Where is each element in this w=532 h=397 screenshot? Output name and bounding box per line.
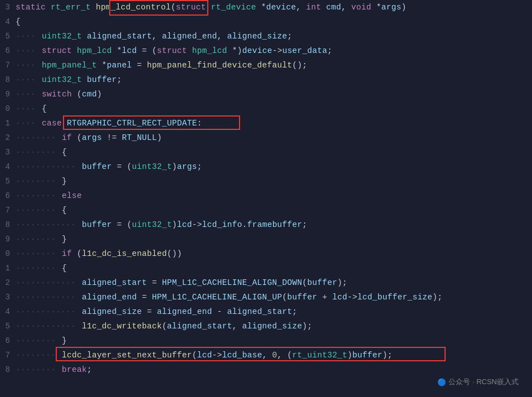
line-content: ········ else (16, 191, 532, 200)
token-var: lcd_buffer_size (357, 293, 432, 302)
token-plain: , ( (277, 351, 292, 360)
token-var: buffer (308, 278, 338, 287)
code-line: 3static rt_err_t hpm_lcd_control(struct … (0, 0, 532, 14)
code-line: 7········ lcdc_layer_set_next_buffer(lcd… (0, 348, 532, 362)
token-kw: switch (42, 90, 72, 99)
line-number: 6 (0, 46, 16, 55)
token-plain: , (232, 322, 242, 331)
line-number: 0 (0, 104, 16, 113)
token-plain: ) (157, 133, 162, 142)
line-content: ············ buffer = (uint32_t)args; (16, 162, 532, 171)
token-plain (82, 32, 87, 41)
token-type: uint32_t (42, 75, 82, 84)
token-var: device (266, 3, 296, 12)
token-macro: HPM_L1C_CACHELINE_ALIGN_UP (152, 293, 282, 302)
token-plain: . (242, 220, 247, 229)
code-line: 7········ { (0, 203, 532, 217)
code-line: 5········ } (0, 174, 532, 188)
token-var: buffer (87, 75, 117, 84)
token-fn: hpm_lcd_control (96, 3, 171, 12)
token-plain: ( (162, 322, 167, 331)
token-var: buffer (353, 351, 383, 360)
token-var: aligned_start (227, 307, 292, 316)
line-content: ········ { (16, 148, 532, 157)
line-number: 7 (0, 351, 16, 360)
token-plain: = ( (137, 46, 157, 55)
code-line: 1···· case RTGRAPHIC_CTRL_RECT_UPDATE: (0, 116, 532, 130)
indent-dots: ········ (16, 133, 56, 142)
indent-dots: ········ (16, 177, 56, 186)
code-line: 5···· uint32_t aligned_start, aligned_en… (0, 29, 532, 43)
token-plain (62, 119, 67, 128)
token-plain: -> (272, 46, 282, 55)
token-var: buffer (82, 162, 112, 171)
line-content: ············ aligned_start = HPM_L1C_CAC… (16, 278, 532, 287)
line-content: ········ if (args != RT_NULL) (16, 133, 532, 142)
code-line: 3············ aligned_end = HPM_L1C_CACH… (0, 290, 532, 304)
token-plain: = (142, 307, 157, 316)
indent-dots: ···· (16, 119, 36, 128)
line-number: 2 (0, 278, 16, 287)
token-var: aligned_size (227, 32, 287, 41)
token-plain (187, 46, 192, 55)
line-content: ········ break; (16, 365, 532, 374)
token-var: aligned_size (242, 322, 302, 331)
token-kw: if (62, 249, 72, 258)
code-line: 3········ { (0, 145, 532, 159)
token-plain: ; (287, 32, 292, 41)
line-number: 5 (0, 32, 16, 41)
token-macro: RT_NULL (122, 133, 157, 142)
token-fn: hpm_panel_find_device_default (147, 61, 292, 70)
code-line: 6········ else (0, 188, 532, 203)
token-plain: { (42, 104, 47, 113)
line-number: 4 (0, 17, 16, 26)
token-plain: { (62, 148, 67, 157)
token-var: lcd_info (202, 220, 242, 229)
code-line: 9···· switch (cmd) (0, 87, 532, 101)
token-plain: ( (282, 293, 287, 302)
token-var: aligned_start (82, 278, 147, 287)
code-line: 4············ aligned_size = aligned_end… (0, 304, 532, 319)
token-fn: l1c_dc_writeback (82, 322, 162, 331)
line-number: 5 (0, 177, 16, 186)
token-var: lcd (177, 220, 192, 229)
indent-dots: ············ (16, 307, 76, 316)
token-var: args (177, 162, 197, 171)
token-var: args (82, 133, 102, 142)
line-number: 8 (0, 220, 16, 229)
token-plain: ); (432, 293, 442, 302)
line-content: ············ buffer = (uint32_t)lcd->lcd… (16, 220, 532, 229)
token-var: cmd (82, 90, 97, 99)
code-line: 4············ buffer = (uint32_t)args; (0, 159, 532, 174)
token-num: 0 (272, 351, 277, 360)
token-plain: ; (197, 162, 202, 171)
indent-dots: ···· (16, 104, 36, 113)
token-plain: { (62, 206, 67, 215)
token-var: lcd (122, 46, 137, 55)
token-plain: , (296, 3, 306, 12)
indent-dots: ············ (16, 220, 76, 229)
indent-dots: ········ (16, 365, 56, 374)
token-fn: lcdc_layer_set_next_buffer (62, 351, 192, 360)
code-line: 8············ buffer = (uint32_t)lcd->lc… (0, 217, 532, 232)
indent-dots: ········ (16, 249, 56, 258)
token-plain: ); (382, 351, 392, 360)
watermark: 🔵 公众号 · RCSN嵌入式 (437, 377, 519, 387)
token-var: lcd (333, 293, 348, 302)
token-var: buffer (287, 293, 318, 302)
indent-dots: ········ (16, 351, 56, 360)
token-type: rt_device (211, 3, 256, 12)
token-plain: , (152, 32, 162, 41)
token-plain (72, 46, 77, 55)
token-plain (91, 3, 96, 12)
token-plain: } (62, 235, 67, 244)
token-plain: -> (212, 351, 222, 360)
token-var: buffer (82, 220, 112, 229)
line-content: ········ } (16, 235, 532, 244)
indent-dots: ············ (16, 322, 76, 331)
token-plain: ()) (167, 249, 182, 258)
token-var: lcd_base (222, 351, 262, 360)
token-plain: ( (302, 278, 308, 287)
line-content: ········ } (16, 177, 532, 186)
token-plain: ; (117, 75, 122, 84)
